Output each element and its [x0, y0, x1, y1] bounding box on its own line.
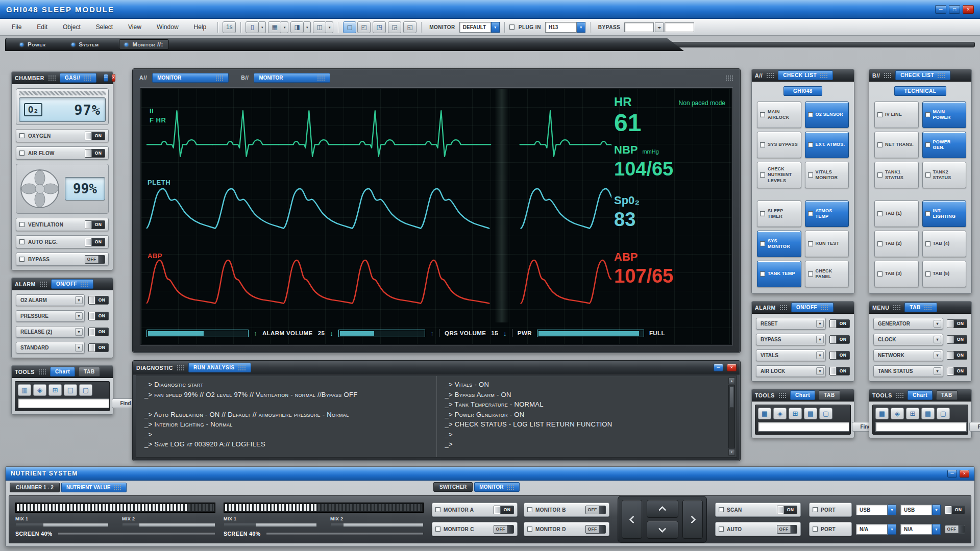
menu-item[interactable]: File: [5, 21, 28, 33]
tool-icon[interactable]: ▦: [758, 408, 771, 419]
panel-tab[interactable]: ON/OFF: [791, 303, 834, 312]
chevron-down-icon[interactable]: ▾: [259, 21, 266, 33]
checklist-button[interactable]: TANK1 STATUS: [874, 162, 919, 188]
tab-chart[interactable]: Chart: [50, 367, 75, 377]
port-select-2[interactable]: USB ▾: [900, 505, 941, 515]
alarm-select[interactable]: VITALS ▾: [756, 349, 826, 361]
checkbox[interactable]: [19, 222, 24, 227]
checkbox[interactable]: [435, 507, 440, 512]
tab-monitor[interactable]: MONITOR: [474, 482, 520, 492]
panel-tab[interactable]: GAS//: [60, 73, 96, 83]
close-icon[interactable]: ×: [727, 364, 737, 371]
chevron-down-icon[interactable]: ▾: [281, 21, 288, 33]
grip-handle[interactable]: [820, 72, 828, 78]
qrs-volume-bar[interactable]: [338, 330, 425, 337]
checklist-button[interactable]: VITALS MONITOR: [805, 162, 849, 188]
tool-icon[interactable]: ▢: [937, 408, 950, 419]
grip-handle[interactable]: [39, 281, 47, 287]
toggle-switch[interactable]: ON: [88, 343, 109, 352]
toggle-switch[interactable]: ON: [85, 220, 105, 229]
checklist-button[interactable]: SYS MONITOR: [757, 231, 801, 257]
checklist-button[interactable]: O2 SENSOR: [805, 102, 849, 128]
port-toggle[interactable]: ON: [945, 506, 965, 514]
toggle-switch[interactable]: ON: [829, 319, 850, 328]
checkbox[interactable]: [813, 527, 818, 532]
grip-handle[interactable]: [820, 305, 828, 310]
ribbon-tab[interactable]: System: [66, 40, 104, 49]
grip-handle[interactable]: [38, 369, 46, 374]
screen-layout-icon[interactable]: ◰: [357, 21, 371, 33]
mix-slider[interactable]: [224, 523, 317, 527]
chevron-down-icon[interactable]: ▾: [816, 352, 824, 359]
checklist-button[interactable]: TAB (2): [874, 231, 919, 257]
toggle-switch[interactable]: ON: [947, 319, 967, 328]
tool-icon[interactable]: ▤: [921, 408, 935, 419]
left-arrow-button[interactable]: [622, 500, 642, 539]
minimize-icon[interactable]: ─: [947, 470, 957, 478]
toggle-switch[interactable]: ON: [85, 149, 105, 158]
toggle-switch[interactable]: OFF: [777, 525, 797, 534]
checklist-button[interactable]: INT. LIGHTING: [922, 201, 967, 227]
tab-chart[interactable]: Chart: [908, 390, 933, 400]
minimize-icon[interactable]: ─: [935, 5, 946, 14]
panel-tab[interactable]: ON/OFF: [51, 279, 93, 289]
tool-icon[interactable]: ▦: [268, 21, 281, 33]
tab-monitor-a[interactable]: MONITOR: [152, 73, 229, 83]
chevron-down-icon[interactable]: ▾: [491, 22, 500, 33]
port-toggle[interactable]: OFF: [945, 525, 965, 534]
alarm-select[interactable]: AIR LOCK ▾: [756, 365, 826, 377]
port-select-1[interactable]: N/A ▾: [856, 524, 896, 535]
tool-icon[interactable]: ◫: [313, 21, 326, 33]
mix-slider[interactable]: [330, 523, 424, 527]
scrollbar[interactable]: ▴ ▾: [728, 378, 735, 456]
alarm-select[interactable]: PRESSURE ▾: [16, 310, 85, 322]
checkbox[interactable]: [19, 133, 24, 138]
scroll-track[interactable]: [728, 385, 735, 448]
tab-switcher[interactable]: SWITCHER: [433, 482, 473, 492]
menu-select[interactable]: TANK STATUS ▾: [873, 365, 943, 377]
alarm-select[interactable]: BYPASS ▾: [756, 334, 826, 345]
tab-monitor-b[interactable]: MONITOR: [254, 73, 330, 83]
grip-handle[interactable]: [238, 365, 246, 370]
menu-select[interactable]: CLOCK ▾: [873, 334, 943, 345]
grip-handle[interactable]: [725, 75, 733, 81]
checkbox[interactable]: [435, 527, 440, 532]
toggle-switch[interactable]: ON: [829, 351, 850, 360]
menu-select[interactable]: NETWORK ▾: [873, 349, 943, 361]
alarm-volume-bar[interactable]: [146, 330, 249, 337]
menu-item[interactable]: Window: [150, 21, 185, 33]
screen-slider[interactable]: [266, 532, 424, 535]
grip-handle[interactable]: [80, 281, 88, 287]
find-input[interactable]: [18, 398, 109, 408]
right-arrow-button[interactable]: [682, 500, 703, 539]
volume-down-icon[interactable]: ↓: [330, 330, 333, 337]
maximize-icon[interactable]: □: [949, 5, 960, 14]
tab-run-analysis[interactable]: RUN ANALYSIS: [188, 363, 251, 372]
toggle-switch[interactable]: OFF: [585, 525, 606, 534]
grip-handle[interactable]: [83, 75, 91, 81]
checkbox[interactable]: [19, 239, 24, 244]
checklist-button[interactable]: RUN TEST: [805, 231, 849, 257]
chevron-down-icon[interactable]: ▾: [75, 312, 83, 320]
tab-chart[interactable]: Chart: [790, 390, 815, 400]
toggle-switch[interactable]: ON: [829, 367, 850, 375]
chevron-down-icon[interactable]: ▾: [934, 367, 941, 375]
screen-layout-icon[interactable]: ◳: [373, 21, 386, 33]
toggle-switch[interactable]: OFF: [85, 255, 105, 264]
toggle-switch[interactable]: ON: [88, 328, 109, 336]
tool-icon[interactable]: ⊞: [48, 384, 62, 396]
menu-item[interactable]: Object: [56, 21, 87, 33]
alarm-select[interactable]: STANDARD ▾: [16, 342, 85, 354]
checkbox[interactable]: [813, 507, 818, 512]
mix-slider[interactable]: [15, 523, 109, 527]
find-button[interactable]: Find: [969, 422, 980, 432]
port-label-pill[interactable]: PORT: [809, 522, 852, 536]
checklist-button[interactable]: SLEEP TIMER: [757, 201, 801, 227]
chevron-down-icon[interactable]: ▾: [75, 328, 83, 336]
checklist-button[interactable]: TAB (3): [874, 261, 919, 287]
checkbox[interactable]: [527, 507, 532, 512]
grip-handle[interactable]: [896, 392, 904, 398]
toggle-switch[interactable]: OFF: [585, 506, 606, 514]
checklist-button[interactable]: CHECK NUTRIENT LEVELS: [757, 162, 801, 188]
close-icon[interactable]: ×: [112, 74, 115, 82]
